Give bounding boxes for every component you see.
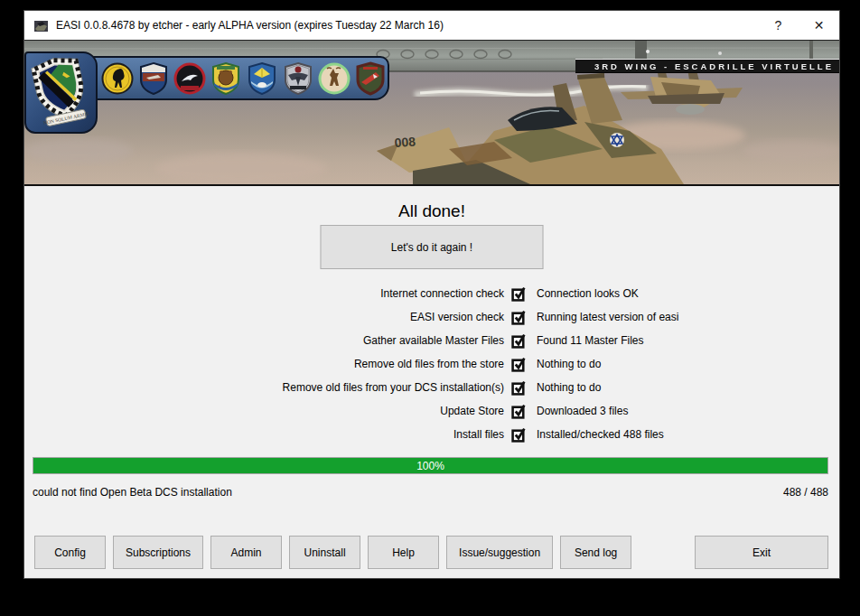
checked-checkbox-icon[interactable] — [510, 426, 527, 443]
admin-button[interactable]: Admin — [210, 536, 282, 569]
check-label: Update Store — [24, 405, 504, 417]
status-bar: could not find Open Beta DCS installatio… — [33, 486, 828, 499]
3rd-wing-checkered-shield-badge-icon: NON SOLUM ARMIS — [24, 51, 98, 134]
wing-title: 3RD WING - ESCADRILLE VIRTUELLE — [594, 61, 839, 70]
exit-button[interactable]: Exit — [695, 536, 828, 569]
92nd-air-force-bear-squadron-badge-icon — [209, 61, 243, 96]
check-result: Found 11 Master Files — [537, 334, 839, 347]
progress-bar: 100% — [33, 457, 828, 474]
config-button[interactable]: Config — [34, 536, 106, 569]
help-button[interactable]: ? — [758, 11, 799, 40]
check-label: EASI version check — [24, 311, 504, 323]
status-message: could not find Open Beta DCS installatio… — [33, 486, 232, 499]
check-label: Install files — [24, 428, 504, 441]
subscriptions-button[interactable]: Subscriptions — [113, 536, 203, 569]
check-label: Gather available Master Files — [24, 334, 504, 347]
checked-checkbox-icon[interactable] — [510, 332, 527, 349]
banner: 008 3RD WING - ESCADRILLE VIRTUELLE — [24, 40, 839, 186]
moose-green-ring-squadron-badge-icon — [317, 61, 351, 96]
do-it-again-button[interactable]: Let's do it again ! — [321, 225, 544, 269]
check-row-update-store: Update Store Downloaded 3 files — [24, 399, 839, 423]
ostrich-squadron-badge-icon — [100, 61, 135, 96]
progress-fill: 100% — [33, 458, 827, 473]
send-log-button[interactable]: Send log — [560, 536, 631, 569]
check-label: Remove old files from your DCS installat… — [24, 381, 504, 394]
check-result: Nothing to do — [537, 381, 839, 394]
easi-window: EASI 0.0.8.4678 by etcher - early ALPHA … — [24, 11, 839, 578]
yellow-wings-blue-shield-squadron-badge-icon — [245, 61, 279, 96]
check-row-install-files: Install files Installed/checked 488 file… — [24, 423, 839, 446]
check-result: Installed/checked 488 files — [537, 428, 839, 441]
issue-suggestion-button[interactable]: Issue/suggestion — [446, 536, 553, 569]
checked-checkbox-icon[interactable] — [510, 356, 527, 372]
maroon-jet-shield-squadron-badge-icon — [353, 61, 388, 96]
window-title: EASI 0.0.8.4678 by etcher - early ALPHA … — [56, 19, 444, 32]
check-label: Remove old files from the store — [24, 358, 504, 370]
checked-checkbox-icon[interactable] — [510, 309, 527, 325]
squadron-badge-bar — [79, 56, 389, 100]
check-row-master-files: Gather available Master Files Found 11 M… — [24, 329, 839, 352]
check-row-remove-dcs: Remove old files from your DCS installat… — [24, 376, 839, 399]
checked-checkbox-icon[interactable] — [510, 379, 527, 396]
black-bird-red-ring-squadron-badge-icon — [173, 61, 207, 96]
jet-app-icon — [33, 18, 49, 33]
task-checklist: Internet connection check Connection loo… — [24, 282, 839, 446]
check-row-version: EASI version check Running latest versio… — [24, 305, 839, 329]
check-result: Nothing to do — [537, 358, 839, 370]
help-footer-button[interactable]: Help — [368, 536, 439, 569]
file-counter: 488 / 488 — [783, 486, 828, 499]
close-button[interactable]: ✕ — [799, 11, 839, 40]
check-row-internet: Internet connection check Connection loo… — [24, 282, 839, 305]
progress-label: 100% — [416, 460, 444, 472]
main-badge-tab: NON SOLUM ARMIS — [24, 51, 98, 134]
checked-checkbox-icon[interactable] — [510, 403, 527, 419]
black-kite-grey-shield-squadron-badge-icon — [281, 61, 315, 96]
check-result: Connection looks OK — [537, 287, 839, 300]
check-result: Downloaded 3 files — [537, 405, 839, 417]
page-title: All done! — [24, 201, 839, 221]
title-bar[interactable]: EASI 0.0.8.4678 by etcher - early ALPHA … — [24, 11, 839, 40]
jet-number: 008 — [394, 134, 416, 150]
uninstall-button[interactable]: Uninstall — [289, 536, 360, 569]
blue-shield-squadron-badge-icon — [136, 61, 171, 96]
check-result: Running latest version of easi — [537, 311, 839, 323]
main-content: All done! Let's do it again ! Internet c… — [24, 186, 839, 578]
check-row-remove-store: Remove old files from the store Nothing … — [24, 352, 839, 376]
check-label: Internet connection check — [24, 287, 504, 300]
checked-checkbox-icon[interactable] — [510, 285, 527, 302]
footer-toolbar: Config Subscriptions Admin Uninstall Hel… — [34, 536, 828, 569]
wing-title-bar: 3RD WING - ESCADRILLE VIRTUELLE — [575, 59, 839, 73]
